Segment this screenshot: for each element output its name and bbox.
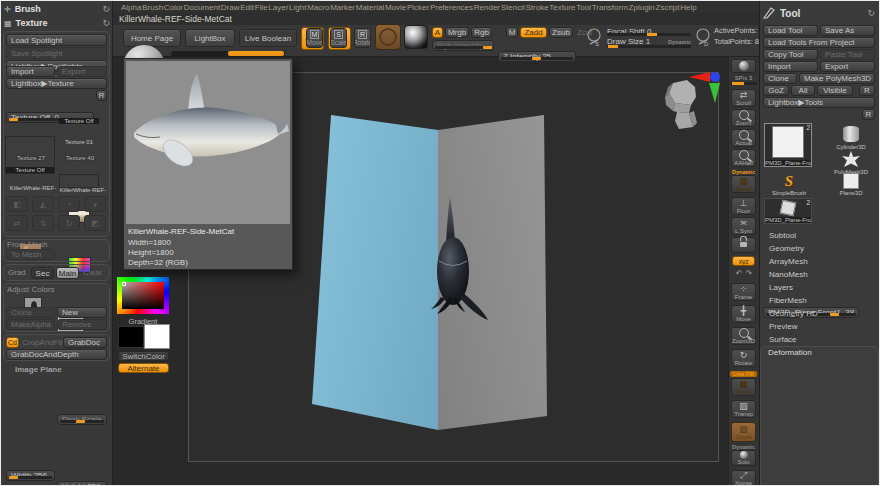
draw-size-track[interactable] xyxy=(607,45,691,48)
menu-item[interactable]: Edit xyxy=(240,3,254,12)
menu-item[interactable]: Material xyxy=(356,3,384,12)
undo-icon[interactable]: ↶ xyxy=(736,269,743,280)
menu-item[interactable]: Document xyxy=(184,3,220,12)
zadd-button[interactable]: Zadd xyxy=(520,27,547,38)
menu-item[interactable]: Texture xyxy=(549,3,575,12)
menu-item[interactable]: Help xyxy=(680,3,696,12)
zsub-button[interactable]: Zsub xyxy=(549,27,573,38)
clear-button[interactable]: Clear xyxy=(83,268,102,277)
floor-button[interactable]: ⊥ Floor xyxy=(731,197,756,215)
texture-thumb-off-small[interactable] xyxy=(59,174,99,188)
height-slider[interactable]: Height 256 xyxy=(57,481,107,486)
solo-button[interactable]: Solo xyxy=(731,450,756,466)
xpose-button[interactable]: ⤢ Xpose xyxy=(731,470,756,486)
save-spotlight-button[interactable]: Save Spotlight xyxy=(6,47,107,59)
scale-button[interactable]: S Scale xyxy=(330,28,347,48)
from-mesh-header[interactable]: From Mesh xyxy=(7,240,47,249)
spix-slider[interactable]: SPix 3 xyxy=(730,75,757,87)
alternate-button[interactable]: Alternate xyxy=(118,363,169,373)
ghost-button[interactable]: ▧ Ghost xyxy=(731,422,756,442)
brush-refresh-icon[interactable]: ↻ xyxy=(102,4,110,14)
drop-scale-slider[interactable]: Drop Scale xyxy=(57,414,107,425)
bpr-render-button[interactable] xyxy=(731,59,756,73)
move3d-button[interactable]: ╋ Move xyxy=(731,305,756,323)
width-slider[interactable]: Width 256 xyxy=(6,470,55,481)
menu-item[interactable]: Stencil xyxy=(501,3,525,12)
menu-item[interactable]: File xyxy=(255,3,268,12)
orca-model[interactable] xyxy=(429,193,491,325)
menu-item[interactable]: Macro xyxy=(307,3,329,12)
all-button[interactable]: All xyxy=(791,85,815,96)
remove-button[interactable]: Remove xyxy=(57,319,107,330)
focal-shift-pen-icon[interactable]: S xyxy=(586,26,602,48)
menu-item[interactable]: Brush xyxy=(142,3,163,12)
draw-size-pen-icon[interactable]: D xyxy=(695,26,711,48)
lightbox-texture-button[interactable]: Lightbox▶Texture xyxy=(6,78,107,89)
axis-gizmo[interactable] xyxy=(689,69,723,105)
invert-texture-button[interactable]: ◩ xyxy=(84,215,106,231)
m-button[interactable]: M xyxy=(506,27,518,38)
lightbox-button[interactable]: LightBox xyxy=(185,29,235,47)
clone-tool-button[interactable]: Clone xyxy=(763,73,797,84)
tool-refresh-icon[interactable]: ↻ xyxy=(867,8,875,18)
load-spotlight-button[interactable]: Load Spotlight xyxy=(6,34,107,46)
goz-button[interactable]: GoZ xyxy=(763,85,789,96)
local-transform-button[interactable] xyxy=(731,237,756,253)
reference-plane-blue[interactable] xyxy=(312,115,438,430)
menu-item[interactable]: Stroke xyxy=(525,3,548,12)
transp-button[interactable]: ▨ Transp xyxy=(731,400,756,418)
grad-label[interactable]: Grad xyxy=(8,268,26,277)
tool-thumb-polymesh[interactable] xyxy=(829,151,873,169)
color-picker-cursor[interactable] xyxy=(122,282,126,286)
zoom3d-button[interactable]: Zoom3D xyxy=(731,327,756,345)
menu-item[interactable]: Draw xyxy=(221,3,240,12)
actual-button[interactable]: Actual xyxy=(731,129,756,147)
tool-thumb-selected[interactable]: 2 PM3D_Plane-Fro xyxy=(764,123,812,167)
polyf-button[interactable]: ▦ PolyF xyxy=(731,378,756,396)
menu-item[interactable]: Zscript xyxy=(656,3,680,12)
menu-item[interactable]: Transform xyxy=(592,3,628,12)
clone-button[interactable]: Clone xyxy=(6,307,55,318)
tool-export-button[interactable]: Export xyxy=(820,61,875,72)
texture-refresh-icon[interactable]: ↻ xyxy=(102,18,110,28)
menu-item[interactable]: Marker xyxy=(330,3,355,12)
menu-item[interactable]: Zplugin xyxy=(629,3,655,12)
lsym-button[interactable]: ≍ L.Sym xyxy=(731,217,756,235)
color-a-button[interactable]: A xyxy=(432,27,443,38)
section-nanomesh[interactable]: NanoMesh xyxy=(761,268,879,281)
flip-v-button[interactable]: ⇅ xyxy=(32,215,54,231)
rotate-button[interactable]: R Rotate xyxy=(354,28,371,48)
current-material-button[interactable] xyxy=(404,25,428,49)
load-tool-button[interactable]: Load Tool xyxy=(763,25,818,36)
save-as-button[interactable]: Save As xyxy=(820,25,875,36)
make-polymesh3d-button[interactable]: Make PolyMesh3D xyxy=(799,73,875,84)
deformation-header[interactable]: Deformation xyxy=(768,348,812,357)
tray-scrollbar[interactable] xyxy=(171,51,285,56)
main-button[interactable]: Main xyxy=(56,267,79,279)
lightbox-tools-button[interactable]: Lightbox▶Tools xyxy=(763,97,875,108)
menu-item[interactable]: Color xyxy=(164,3,183,12)
make-alpha-button[interactable]: MakeAlpha xyxy=(6,319,55,330)
xyz-button[interactable]: xyz xyxy=(732,256,755,266)
main-color-swatch[interactable] xyxy=(118,326,144,348)
menu-item[interactable]: Layer xyxy=(268,3,288,12)
texture-op-icon-button[interactable]: ◧ xyxy=(6,196,28,212)
menu-item[interactable]: Alpha xyxy=(121,3,141,12)
load-tools-from-project-button[interactable]: Load Tools From Project xyxy=(763,37,875,48)
texture-import-button[interactable]: Import xyxy=(6,66,55,77)
new-button[interactable]: New xyxy=(57,307,107,318)
section-arraymesh[interactable]: ArrayMesh xyxy=(761,255,879,268)
brush-panel-header[interactable]: ✛ Brush ↻ xyxy=(4,3,110,15)
texture-op-icon-button[interactable]: ◕ xyxy=(84,196,106,212)
current-brush-button[interactable] xyxy=(375,24,401,50)
tool-thumb-pm3d-small[interactable]: 2 PM3D_Plane-Fro xyxy=(764,198,812,224)
persp-button[interactable]: ▦ Persp xyxy=(731,175,756,193)
scroll-button[interactable]: ⇄ Scroll xyxy=(731,89,756,107)
section-subtool[interactable]: Subtool xyxy=(761,229,879,242)
goz-r-button[interactable]: R xyxy=(859,85,875,96)
home-page-button[interactable]: Home Page xyxy=(123,29,181,47)
rotate-texture-button[interactable]: ↻ xyxy=(58,215,80,231)
section-geometry[interactable]: Geometry xyxy=(761,242,879,255)
menu-item[interactable]: Tool xyxy=(576,3,591,12)
color-picker[interactable] xyxy=(117,277,169,314)
